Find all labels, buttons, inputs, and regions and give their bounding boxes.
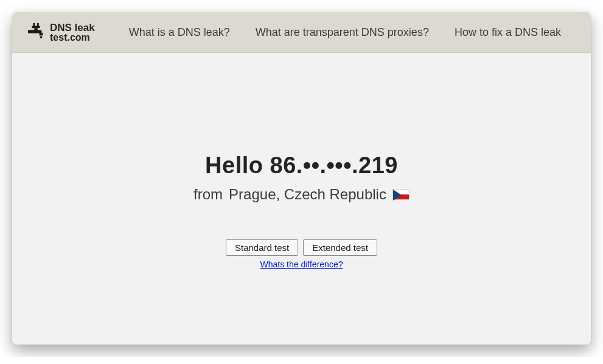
nav-link-what-is-dns-leak[interactable]: What is a DNS leak? bbox=[129, 26, 230, 39]
svg-rect-2 bbox=[32, 26, 40, 29]
standard-test-button[interactable]: Standard test bbox=[226, 239, 298, 256]
location-line: from Prague, Czech Republic bbox=[193, 186, 410, 203]
nav-link-how-to-fix[interactable]: How to fix a DNS leak bbox=[455, 26, 561, 39]
location-prefix: from bbox=[193, 186, 223, 203]
whats-the-difference-link[interactable]: Whats the difference? bbox=[260, 259, 343, 269]
svg-rect-5 bbox=[40, 33, 43, 36]
logo-line2: test.com bbox=[50, 33, 95, 43]
navbar: DNS leak test.com What is a DNS leak? Wh… bbox=[12, 12, 591, 53]
logo-text: DNS leak test.com bbox=[50, 22, 95, 43]
nav-links: What is a DNS leak? What are transparent… bbox=[129, 26, 561, 39]
location-text: Prague, Czech Republic bbox=[229, 186, 386, 203]
app-window: DNS leak test.com What is a DNS leak? Wh… bbox=[12, 12, 591, 345]
faucet-icon bbox=[27, 22, 45, 43]
ip-greeting: Hello 86.••.•••.219 bbox=[205, 153, 398, 179]
extended-test-button[interactable]: Extended test bbox=[303, 239, 377, 256]
nav-link-transparent-proxies[interactable]: What are transparent DNS proxies? bbox=[256, 26, 429, 39]
main-content: Hello 86.••.•••.219 from Prague, Czech R… bbox=[12, 53, 591, 345]
site-logo[interactable]: DNS leak test.com bbox=[27, 22, 95, 43]
svg-point-6 bbox=[40, 36, 43, 38]
test-buttons: Standard test Extended test bbox=[226, 239, 377, 256]
logo-line1: DNS leak bbox=[50, 22, 95, 33]
flag-czech-icon bbox=[392, 189, 410, 200]
